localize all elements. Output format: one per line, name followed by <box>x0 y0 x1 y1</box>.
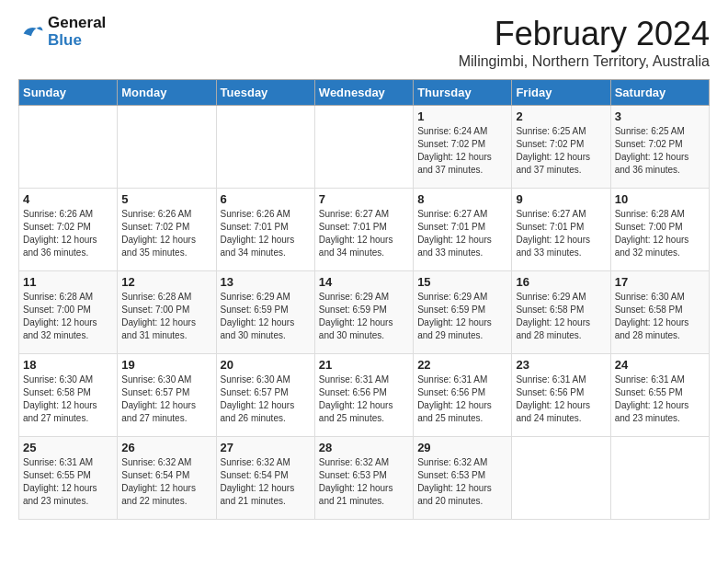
day-cell: 8Sunrise: 6:27 AMSunset: 7:01 PMDaylight… <box>414 189 512 271</box>
day-cell: 22Sunrise: 6:31 AMSunset: 6:56 PMDayligh… <box>414 354 512 437</box>
day-number: 21 <box>319 358 409 372</box>
day-info: Sunrise: 6:26 AMSunset: 7:01 PMDaylight:… <box>221 208 311 259</box>
day-cell: 1Sunrise: 6:24 AMSunset: 7:02 PMDaylight… <box>414 106 512 189</box>
header: General Blue February 2024 Milingimbi, N… <box>18 15 710 70</box>
day-number: 12 <box>121 275 211 289</box>
day-cell: 9Sunrise: 6:27 AMSunset: 7:01 PMDaylight… <box>512 189 610 271</box>
day-cell <box>314 106 413 189</box>
day-info: Sunrise: 6:31 AMSunset: 6:56 PMDaylight:… <box>319 373 409 425</box>
day-info: Sunrise: 6:30 AMSunset: 6:58 PMDaylight:… <box>615 291 705 342</box>
day-number: 16 <box>516 275 606 289</box>
day-number: 27 <box>221 441 311 454</box>
day-cell: 12Sunrise: 6:28 AMSunset: 7:00 PMDayligh… <box>118 271 216 354</box>
day-cell: 21Sunrise: 6:31 AMSunset: 6:56 PMDayligh… <box>314 354 413 437</box>
day-number: 19 <box>121 358 211 372</box>
day-cell: 6Sunrise: 6:26 AMSunset: 7:01 PMDaylight… <box>216 189 314 271</box>
day-number: 25 <box>23 441 113 454</box>
day-info: Sunrise: 6:28 AMSunset: 7:00 PMDaylight:… <box>23 291 113 342</box>
day-number: 6 <box>221 192 311 206</box>
day-number: 3 <box>615 109 705 123</box>
day-number: 29 <box>417 441 507 454</box>
day-info: Sunrise: 6:30 AMSunset: 6:57 PMDaylight:… <box>221 373 311 425</box>
day-info: Sunrise: 6:26 AMSunset: 7:02 PMDaylight:… <box>23 208 113 259</box>
day-cell: 20Sunrise: 6:30 AMSunset: 6:57 PMDayligh… <box>216 354 314 437</box>
day-number: 5 <box>121 192 211 206</box>
day-cell: 18Sunrise: 6:30 AMSunset: 6:58 PMDayligh… <box>19 354 118 437</box>
day-number: 9 <box>516 192 606 206</box>
week-row-5: 25Sunrise: 6:31 AMSunset: 6:55 PMDayligh… <box>19 437 710 520</box>
day-number: 22 <box>417 358 507 372</box>
day-number: 2 <box>516 109 606 123</box>
day-info: Sunrise: 6:30 AMSunset: 6:58 PMDaylight:… <box>23 373 113 425</box>
day-number: 4 <box>23 192 113 206</box>
day-info: Sunrise: 6:25 AMSunset: 7:02 PMDaylight:… <box>516 125 606 177</box>
day-cell: 7Sunrise: 6:27 AMSunset: 7:01 PMDaylight… <box>314 189 413 271</box>
day-number: 13 <box>221 275 311 289</box>
day-cell: 25Sunrise: 6:31 AMSunset: 6:55 PMDayligh… <box>19 437 118 520</box>
day-number: 17 <box>615 275 705 289</box>
day-info: Sunrise: 6:28 AMSunset: 7:00 PMDaylight:… <box>121 291 211 342</box>
day-info: Sunrise: 6:30 AMSunset: 6:57 PMDaylight:… <box>121 373 211 425</box>
day-number: 1 <box>417 109 507 123</box>
col-header-tuesday: Tuesday <box>216 80 314 106</box>
header-row: SundayMondayTuesdayWednesdayThursdayFrid… <box>19 80 710 106</box>
day-info: Sunrise: 6:28 AMSunset: 7:00 PMDaylight:… <box>615 208 705 259</box>
day-cell: 26Sunrise: 6:32 AMSunset: 6:54 PMDayligh… <box>118 437 216 520</box>
day-info: Sunrise: 6:31 AMSunset: 6:55 PMDaylight:… <box>615 373 705 425</box>
day-cell: 27Sunrise: 6:32 AMSunset: 6:54 PMDayligh… <box>216 437 314 520</box>
day-info: Sunrise: 6:32 AMSunset: 6:54 PMDaylight:… <box>121 456 211 508</box>
day-number: 11 <box>23 275 113 289</box>
day-info: Sunrise: 6:32 AMSunset: 6:53 PMDaylight:… <box>417 456 507 508</box>
day-cell <box>610 437 709 520</box>
main-title: February 2024 <box>459 15 710 53</box>
day-info: Sunrise: 6:27 AMSunset: 7:01 PMDaylight:… <box>516 208 606 259</box>
day-cell: 15Sunrise: 6:29 AMSunset: 6:59 PMDayligh… <box>414 271 512 354</box>
day-cell: 3Sunrise: 6:25 AMSunset: 7:02 PMDaylight… <box>610 106 709 189</box>
col-header-sunday: Sunday <box>19 80 118 106</box>
day-cell <box>512 437 610 520</box>
day-number: 26 <box>121 441 211 454</box>
week-row-1: 1Sunrise: 6:24 AMSunset: 7:02 PMDaylight… <box>19 106 710 189</box>
day-cell <box>118 106 216 189</box>
day-cell: 10Sunrise: 6:28 AMSunset: 7:00 PMDayligh… <box>610 189 709 271</box>
day-info: Sunrise: 6:29 AMSunset: 6:58 PMDaylight:… <box>516 291 606 342</box>
day-info: Sunrise: 6:32 AMSunset: 6:54 PMDaylight:… <box>221 456 311 508</box>
day-number: 20 <box>221 358 311 372</box>
day-info: Sunrise: 6:31 AMSunset: 6:56 PMDaylight:… <box>516 373 606 425</box>
day-cell: 17Sunrise: 6:30 AMSunset: 6:58 PMDayligh… <box>610 271 709 354</box>
day-number: 8 <box>417 192 507 206</box>
col-header-friday: Friday <box>512 80 610 106</box>
day-info: Sunrise: 6:31 AMSunset: 6:56 PMDaylight:… <box>417 373 507 425</box>
day-info: Sunrise: 6:32 AMSunset: 6:53 PMDaylight:… <box>319 456 409 508</box>
day-cell: 16Sunrise: 6:29 AMSunset: 6:58 PMDayligh… <box>512 271 610 354</box>
day-number: 23 <box>516 358 606 372</box>
day-cell: 5Sunrise: 6:26 AMSunset: 7:02 PMDaylight… <box>118 189 216 271</box>
logo: General Blue <box>18 15 106 49</box>
day-info: Sunrise: 6:31 AMSunset: 6:55 PMDaylight:… <box>23 456 113 508</box>
col-header-monday: Monday <box>118 80 216 106</box>
day-cell: 29Sunrise: 6:32 AMSunset: 6:53 PMDayligh… <box>414 437 512 520</box>
day-info: Sunrise: 6:25 AMSunset: 7:02 PMDaylight:… <box>615 125 705 177</box>
day-number: 15 <box>417 275 507 289</box>
day-cell: 11Sunrise: 6:28 AMSunset: 7:00 PMDayligh… <box>19 271 118 354</box>
day-cell: 2Sunrise: 6:25 AMSunset: 7:02 PMDaylight… <box>512 106 610 189</box>
col-header-thursday: Thursday <box>414 80 512 106</box>
day-number: 18 <box>23 358 113 372</box>
week-row-3: 11Sunrise: 6:28 AMSunset: 7:00 PMDayligh… <box>19 271 710 354</box>
day-info: Sunrise: 6:24 AMSunset: 7:02 PMDaylight:… <box>417 125 507 177</box>
day-number: 10 <box>615 192 705 206</box>
day-info: Sunrise: 6:29 AMSunset: 6:59 PMDaylight:… <box>417 291 507 342</box>
day-info: Sunrise: 6:29 AMSunset: 6:59 PMDaylight:… <box>319 291 409 342</box>
day-info: Sunrise: 6:27 AMSunset: 7:01 PMDaylight:… <box>417 208 507 259</box>
day-cell: 28Sunrise: 6:32 AMSunset: 6:53 PMDayligh… <box>314 437 413 520</box>
col-header-saturday: Saturday <box>610 80 709 106</box>
day-info: Sunrise: 6:26 AMSunset: 7:02 PMDaylight:… <box>121 208 211 259</box>
day-cell <box>216 106 314 189</box>
calendar-table: SundayMondayTuesdayWednesdayThursdayFrid… <box>18 79 710 520</box>
day-cell: 23Sunrise: 6:31 AMSunset: 6:56 PMDayligh… <box>512 354 610 437</box>
day-cell <box>19 106 118 189</box>
day-info: Sunrise: 6:27 AMSunset: 7:01 PMDaylight:… <box>319 208 409 259</box>
day-number: 24 <box>615 358 705 372</box>
logo-bird-icon <box>18 19 44 45</box>
day-cell: 19Sunrise: 6:30 AMSunset: 6:57 PMDayligh… <box>118 354 216 437</box>
